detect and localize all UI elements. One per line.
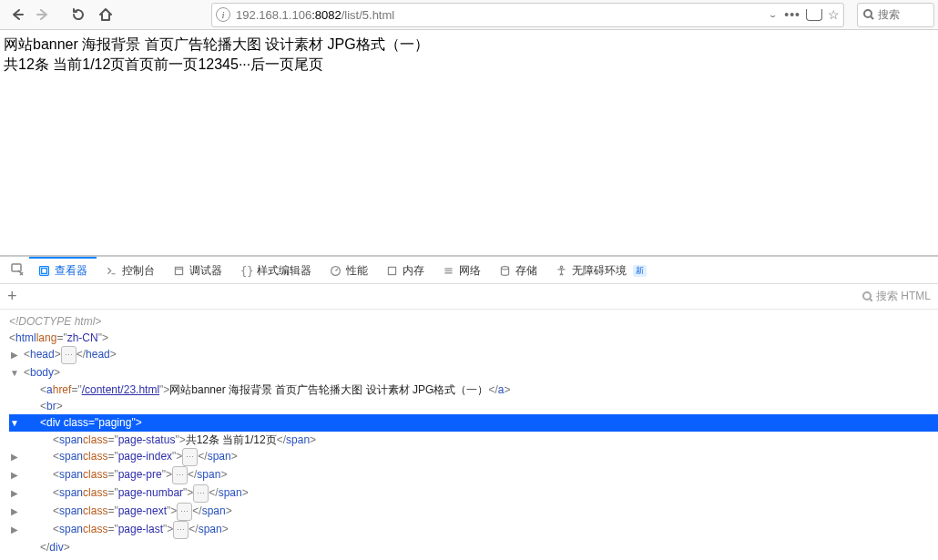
search-icon: [862, 291, 872, 301]
page-line-1[interactable]: 网站banner 海报背景 首页广告轮播大图 设计素材 JPG格式（一）: [4, 35, 934, 55]
more-icon[interactable]: •••: [784, 8, 800, 21]
svg-point-8: [560, 266, 562, 268]
twisty-icon[interactable]: ▼: [9, 415, 20, 432]
svg-rect-3: [42, 269, 47, 274]
picker-icon: [11, 263, 25, 277]
add-button[interactable]: +: [7, 287, 17, 306]
tab-inspector[interactable]: 查看器: [29, 257, 97, 283]
element-picker-button[interactable]: [5, 257, 29, 283]
forward-button[interactable]: [31, 2, 56, 27]
markup-node[interactable]: ▶<span class="page-index">⋯</span>: [9, 448, 938, 466]
search-placeholder: 搜索: [878, 7, 900, 23]
home-button[interactable]: [93, 2, 118, 27]
markup-view[interactable]: <!DOCTYPE html> <html lang="zh-CN"> ▶<he…: [0, 310, 938, 559]
tab-performance[interactable]: 性能: [321, 257, 377, 283]
markup-node[interactable]: ▶<span class="page-pre">⋯</span>: [9, 466, 938, 484]
page-content: 网站banner 海报背景 首页广告轮播大图 设计素材 JPG格式（一） 共12…: [0, 30, 938, 255]
debugger-icon: [173, 265, 185, 277]
devtools-search[interactable]: 搜索 HTML: [862, 289, 931, 304]
tab-console[interactable]: 控制台: [97, 257, 164, 283]
new-badge: 新: [633, 265, 647, 277]
markup-node[interactable]: ▶<span class="page-next">⋯</span>: [9, 503, 938, 521]
console-icon: [106, 265, 117, 277]
arrow-left-icon: [9, 7, 24, 22]
tab-accessibility[interactable]: 无障碍环境 新: [546, 257, 656, 283]
back-button[interactable]: [4, 2, 29, 27]
tab-network[interactable]: 网络: [433, 257, 490, 283]
twisty-icon[interactable]: ▼: [9, 365, 20, 382]
markup-node[interactable]: <span class="page-status">共12条 当前1/12页</…: [9, 432, 938, 448]
twisty-icon[interactable]: ▶: [9, 485, 20, 502]
a11y-icon: [556, 265, 567, 277]
reload-icon: [71, 7, 86, 22]
markup-node[interactable]: ▶<span class="page-numbar">⋯</span>: [9, 484, 938, 503]
bookmark-icon[interactable]: ☆: [828, 8, 840, 21]
chevron-down-icon[interactable]: ⌄: [768, 11, 779, 18]
tab-storage[interactable]: 存储: [490, 257, 546, 283]
svg-point-0: [864, 10, 872, 17]
url-bar[interactable]: i 192.168.1.106:8082/list/5.html ⌄ ••• ☆: [211, 3, 844, 27]
browser-toolbar: i 192.168.1.106:8082/list/5.html ⌄ ••• ☆…: [0, 0, 938, 30]
braces-icon: {}: [240, 265, 252, 277]
svg-point-7: [501, 267, 508, 270]
arrow-right-icon: [36, 7, 51, 22]
inspector-icon: [38, 265, 50, 277]
site-identity-icon[interactable]: i: [216, 7, 230, 22]
page-line-2: 共12条 当前1/12页首页前一页12345···后一页尾页: [4, 55, 934, 75]
pocket-icon[interactable]: [806, 9, 822, 21]
devtools-panel: 查看器 控制台 调试器 {} 样式编辑器 性能 内存 网络 存储: [0, 255, 938, 559]
selected-node[interactable]: ▼<div class="paging">: [9, 414, 938, 432]
gauge-icon: [330, 265, 342, 277]
svg-point-9: [863, 292, 871, 300]
devtools-secondary-bar: + 搜索 HTML: [0, 284, 938, 310]
storage-icon: [499, 265, 511, 277]
memory-icon: [386, 265, 398, 277]
home-icon: [98, 7, 113, 22]
tab-memory[interactable]: 内存: [377, 257, 433, 283]
url-text: 192.168.1.106:8082/list/5.html: [236, 8, 762, 22]
svg-rect-6: [388, 267, 395, 274]
search-box[interactable]: 搜索: [857, 3, 934, 27]
markup-node[interactable]: ▶<span class="page-last">⋯</span>: [9, 521, 938, 539]
svg-rect-4: [175, 267, 182, 274]
devtools-tabs: 查看器 控制台 调试器 {} 样式编辑器 性能 内存 网络 存储: [0, 257, 938, 284]
page-actions: ⌄ ••• ☆: [768, 8, 840, 21]
twisty-icon[interactable]: ▶: [9, 504, 20, 520]
twisty-icon[interactable]: ▶: [9, 522, 20, 538]
tab-style-editor[interactable]: {} 样式编辑器: [231, 257, 321, 283]
network-icon: [443, 265, 454, 277]
twisty-icon[interactable]: ▶: [9, 467, 20, 484]
tab-debugger[interactable]: 调试器: [164, 257, 231, 283]
reload-button[interactable]: [66, 2, 91, 27]
twisty-icon[interactable]: ▶: [9, 347, 20, 363]
twisty-icon[interactable]: ▶: [9, 449, 20, 465]
svg-rect-1: [12, 264, 21, 271]
search-icon: [863, 9, 874, 20]
